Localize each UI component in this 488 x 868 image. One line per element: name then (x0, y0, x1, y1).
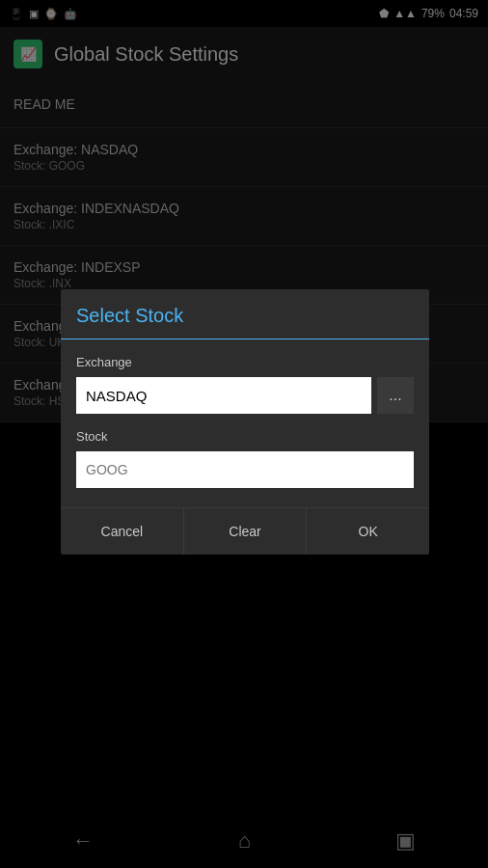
exchange-input[interactable] (76, 377, 371, 414)
ok-button[interactable]: OK (307, 508, 429, 555)
stock-field-label: Stock (76, 429, 414, 444)
exchange-row: ... (76, 377, 414, 414)
exchange-browse-button[interactable]: ... (377, 377, 414, 414)
dialog-body: Exchange ... Stock (61, 339, 429, 503)
stock-input[interactable] (76, 451, 414, 488)
dialog-title: Select Stock (61, 289, 429, 339)
exchange-field-label: Exchange (76, 355, 414, 369)
cancel-button[interactable]: Cancel (61, 508, 184, 555)
dialog-actions: Cancel Clear OK (61, 507, 429, 555)
select-stock-dialog: Select Stock Exchange ... Stock Cancel C… (61, 289, 429, 555)
clear-button[interactable]: Clear (184, 508, 308, 555)
